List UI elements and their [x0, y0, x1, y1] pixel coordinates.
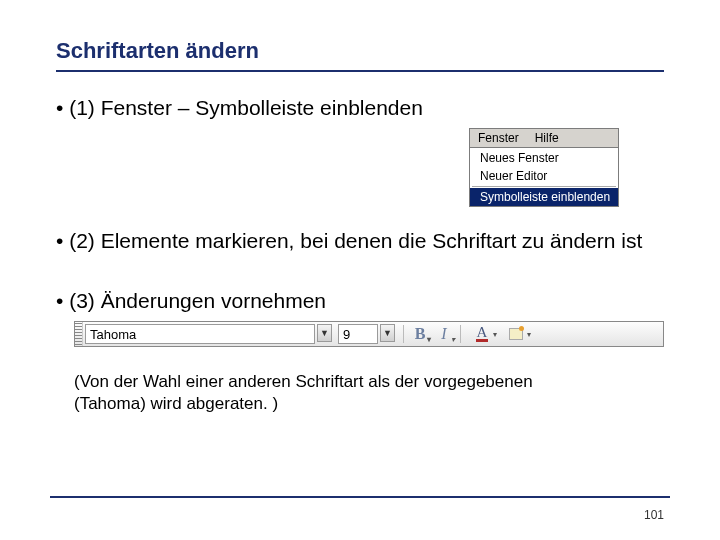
highlight-icon — [509, 328, 523, 340]
font-size-field[interactable]: 9 — [338, 324, 378, 344]
slide-title: Schriftarten ändern — [56, 38, 664, 72]
menu-item-symbolleiste[interactable]: Symbolleiste einblenden — [470, 188, 618, 206]
chevron-down-icon: ▾ — [451, 335, 455, 344]
toolbar-separator — [460, 325, 461, 343]
formatting-toolbar: Tahoma ▼ 9 ▼ B ▾ I ▾ A ▾ — [74, 321, 664, 347]
page-number: 101 — [644, 508, 664, 522]
highlight-color-button[interactable]: ▾ — [499, 322, 533, 346]
font-color-button[interactable]: A ▾ — [465, 322, 499, 346]
toolbar-separator — [403, 325, 404, 343]
footnote-line-1: (Von der Wahl einer anderen Schriftart a… — [74, 371, 664, 393]
bold-icon: B — [415, 325, 426, 343]
italic-button[interactable]: I ▾ — [432, 322, 456, 346]
menu-item-neues-fenster[interactable]: Neues Fenster — [470, 149, 618, 167]
footnote-line-2: (Tahoma) wird abgeraten. ) — [74, 393, 664, 415]
menubar-item-hilfe[interactable]: Hilfe — [527, 129, 567, 147]
menubar-item-fenster[interactable]: Fenster — [470, 129, 527, 147]
font-family-field[interactable]: Tahoma — [85, 324, 315, 344]
chevron-down-icon: ▾ — [427, 335, 431, 344]
bullet-1: (1) Fenster – Symbolleiste einblenden — [56, 96, 664, 120]
menu-separator — [472, 186, 616, 187]
chevron-down-icon: ▾ — [493, 330, 497, 339]
font-size-value: 9 — [343, 327, 350, 342]
font-size-dropdown-button[interactable]: ▼ — [380, 324, 395, 342]
bullet-3: (3) Änderungen vornehmen — [56, 289, 664, 313]
bullet-2: (2) Elemente markieren, bei denen die Sc… — [56, 229, 664, 253]
chevron-down-icon: ▼ — [383, 328, 392, 338]
footer-rule — [50, 496, 670, 498]
bold-button[interactable]: B ▾ — [408, 322, 432, 346]
menu-item-neuer-editor[interactable]: Neuer Editor — [470, 167, 618, 185]
font-color-icon: A — [476, 326, 489, 342]
font-family-dropdown-button[interactable]: ▼ — [317, 324, 332, 342]
chevron-down-icon: ▾ — [527, 330, 531, 339]
toolbar-grip[interactable] — [75, 322, 83, 346]
font-family-value: Tahoma — [90, 327, 136, 342]
menubar: Fenster Hilfe — [470, 129, 618, 148]
menu-screenshot: Fenster Hilfe Neues Fenster Neuer Editor… — [469, 128, 619, 207]
dropdown-menu: Neues Fenster Neuer Editor Symbolleiste … — [470, 148, 618, 206]
italic-icon: I — [441, 325, 446, 343]
footnote: (Von der Wahl einer anderen Schriftart a… — [56, 371, 664, 415]
chevron-down-icon: ▼ — [320, 328, 329, 338]
